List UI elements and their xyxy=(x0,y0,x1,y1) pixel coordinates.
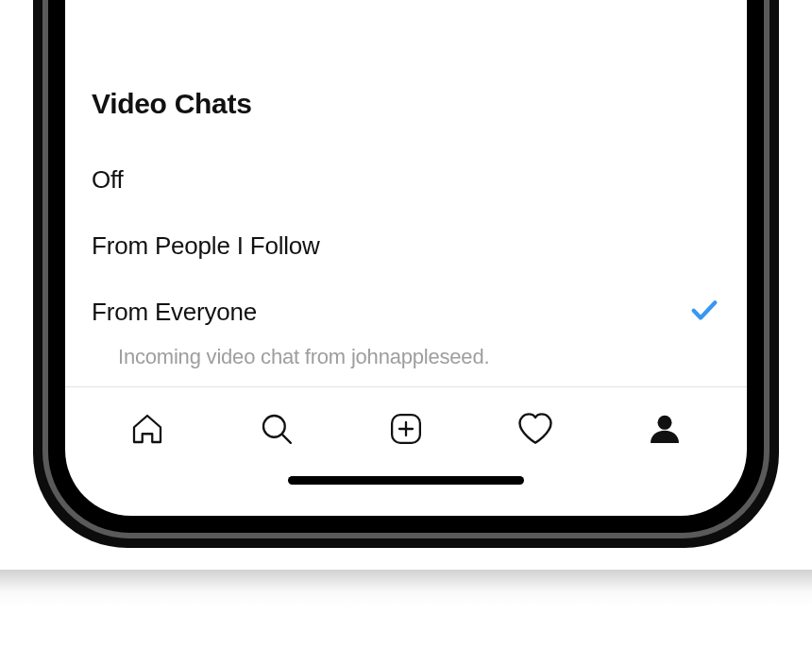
section-helper-text: Incoming video chat from johnappleseed. xyxy=(65,345,747,386)
option-label: From Everyone xyxy=(92,298,257,327)
tab-home[interactable] xyxy=(119,401,176,457)
home-icon xyxy=(127,409,167,449)
tab-profile[interactable] xyxy=(636,401,693,457)
heart-icon xyxy=(515,408,556,450)
profile-icon xyxy=(646,410,684,448)
phone-screen: Video Chats Off From People I Follow xyxy=(65,0,747,516)
option-off[interactable]: Off xyxy=(92,146,720,213)
settings-content: Video Chats Off From People I Follow xyxy=(65,0,747,516)
svg-line-1 xyxy=(282,435,291,443)
search-icon xyxy=(257,409,296,449)
surface-shadow xyxy=(0,570,812,607)
tab-search[interactable] xyxy=(248,401,305,457)
home-indicator[interactable] xyxy=(65,470,747,516)
checkmark-icon xyxy=(688,294,720,330)
tab-new-post[interactable] xyxy=(378,401,434,457)
plus-square-icon xyxy=(386,409,426,449)
option-from-people-i-follow[interactable]: From People I Follow xyxy=(92,213,720,279)
video-chats-section: Video Chats Off From People I Follow xyxy=(65,88,747,345)
option-label: From People I Follow xyxy=(92,231,320,261)
svg-point-5 xyxy=(658,416,672,430)
phone-frame: Video Chats Off From People I Follow xyxy=(33,0,779,548)
option-label: Off xyxy=(92,165,124,195)
bottom-tab-bar xyxy=(65,387,747,470)
tab-activity[interactable] xyxy=(507,401,564,457)
section-title: Video Chats xyxy=(92,88,720,120)
option-from-everyone[interactable]: From Everyone xyxy=(92,279,720,345)
